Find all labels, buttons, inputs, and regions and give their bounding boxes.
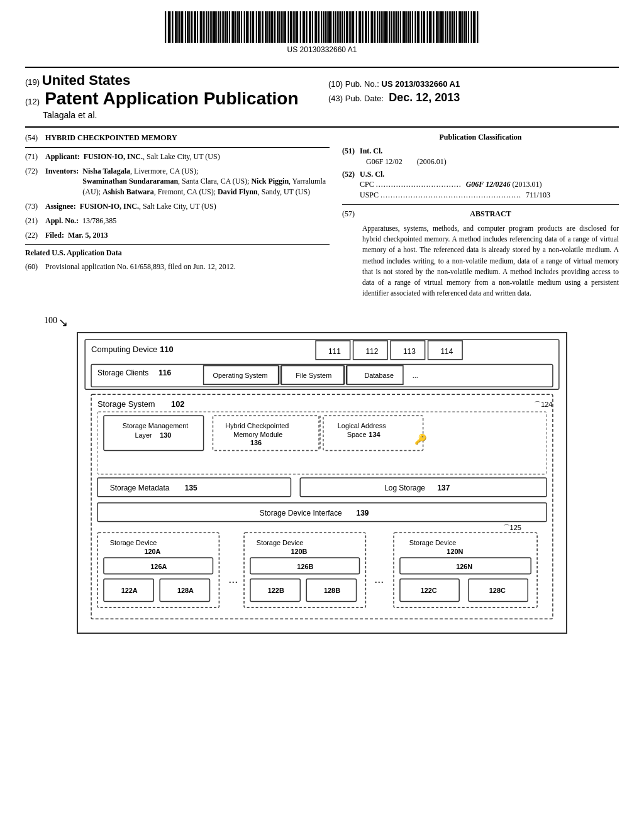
int-cl-content: Int. Cl. G06F 12/02 (2006.01) xyxy=(360,146,447,167)
svg-rect-48 xyxy=(256,11,257,43)
us-cl-key: U.S. Cl. xyxy=(360,170,384,179)
svg-rect-154 xyxy=(459,11,462,43)
svg-rect-22 xyxy=(206,11,207,43)
svg-rect-27 xyxy=(216,11,217,43)
cpc-label: CPC xyxy=(360,180,374,189)
svg-text:136: 136 xyxy=(250,439,262,446)
cpc-dots: .................................. xyxy=(376,180,462,189)
svg-rect-90 xyxy=(337,11,338,43)
filed-key: Filed: xyxy=(45,230,64,241)
svg-rect-20 xyxy=(203,11,204,43)
svg-rect-45 xyxy=(250,11,251,43)
svg-rect-43 xyxy=(246,11,248,43)
svg-rect-148 xyxy=(449,11,450,43)
related-row: (60) Provisional application No. 61/658,… xyxy=(25,262,330,272)
svg-text:126N: 126N xyxy=(456,562,472,570)
svg-rect-109 xyxy=(374,11,375,43)
barcode-area: US 20130332660 A1 xyxy=(25,0,619,62)
related-value: Provisional application No. 61/658,893, … xyxy=(45,262,330,272)
svg-rect-149 xyxy=(450,11,452,43)
svg-rect-62 xyxy=(282,11,284,43)
svg-rect-31 xyxy=(223,11,225,43)
svg-rect-158 xyxy=(468,11,469,43)
svg-text:126A: 126A xyxy=(150,562,167,570)
uspc-row: USPC ...................................… xyxy=(360,190,550,201)
svg-text:Storage Device Interface: Storage Device Interface xyxy=(260,508,342,517)
svg-rect-138 xyxy=(429,11,431,43)
inventors-key: Inventors: xyxy=(45,166,79,197)
appl-no-label: (21) xyxy=(25,216,43,226)
svg-rect-30 xyxy=(222,11,223,43)
svg-text:Memory Module: Memory Module xyxy=(233,430,282,438)
svg-rect-96 xyxy=(349,11,350,43)
inventors-value: Nisha Talagala, Livermore, CA (US); Swam… xyxy=(82,166,330,197)
title-value: HYBRID CHECKPOINTED MEMORY xyxy=(45,133,177,143)
svg-rect-53 xyxy=(265,11,267,43)
svg-text:113: 113 xyxy=(403,346,416,355)
svg-rect-121 xyxy=(396,11,397,43)
svg-rect-83 xyxy=(323,11,325,43)
svg-rect-101 xyxy=(358,11,358,43)
svg-rect-5 xyxy=(174,11,174,43)
svg-rect-123 xyxy=(400,11,401,43)
svg-rect-147 xyxy=(447,11,448,43)
svg-rect-32 xyxy=(225,11,226,43)
svg-text:102: 102 xyxy=(171,399,184,409)
svg-rect-144 xyxy=(440,11,443,43)
assignee-label: (73) xyxy=(25,201,43,212)
svg-rect-150 xyxy=(452,11,453,43)
us-cl-content: U.S. Cl. CPC ...........................… xyxy=(360,169,550,201)
svg-rect-86 xyxy=(328,11,331,43)
svg-rect-3 xyxy=(170,11,171,43)
svg-text:134: 134 xyxy=(369,430,380,438)
svg-rect-52 xyxy=(264,11,264,43)
svg-rect-143 xyxy=(438,11,440,43)
svg-rect-102 xyxy=(359,11,361,43)
left-column: (54) HYBRID CHECKPOINTED MEMORY (71) App… xyxy=(25,133,330,303)
svg-rect-95 xyxy=(346,11,348,43)
svg-rect-10 xyxy=(184,11,184,43)
svg-rect-157 xyxy=(465,11,467,43)
svg-rect-93 xyxy=(341,11,343,43)
svg-rect-0 xyxy=(165,11,166,43)
svg-rect-49 xyxy=(258,11,260,43)
svg-rect-145 xyxy=(443,11,444,43)
svg-text:112: 112 xyxy=(365,346,378,355)
uspc-value: 711/103 xyxy=(526,191,550,199)
doc-type-title: Patent Application Publication xyxy=(45,89,298,109)
svg-rect-21 xyxy=(204,11,205,43)
svg-rect-2 xyxy=(168,11,170,43)
svg-text:Database: Database xyxy=(364,372,394,379)
svg-rect-59 xyxy=(277,11,279,43)
svg-rect-110 xyxy=(375,11,376,43)
svg-rect-98 xyxy=(352,11,354,43)
svg-rect-29 xyxy=(219,11,221,43)
svg-text:⌒125: ⌒125 xyxy=(503,524,521,531)
svg-rect-64 xyxy=(287,11,287,43)
svg-rect-70 xyxy=(299,11,299,43)
svg-rect-16 xyxy=(194,11,196,43)
applicant-key: Applicant: xyxy=(45,152,80,162)
svg-rect-8 xyxy=(179,11,180,43)
int-cl-class: G06F 12/02 xyxy=(360,157,402,166)
svg-rect-132 xyxy=(417,11,419,43)
inventors-header-line: Talagala et al. xyxy=(25,110,316,120)
svg-rect-126 xyxy=(406,11,408,43)
svg-rect-89 xyxy=(335,11,336,43)
svg-text:110: 110 xyxy=(160,344,173,353)
svg-rect-195 xyxy=(104,415,204,450)
svg-rect-163 xyxy=(477,11,478,43)
svg-rect-155 xyxy=(462,11,464,43)
filed-value: Mar. 5, 2013 xyxy=(68,230,330,241)
country-label-text: (19) United States xyxy=(25,73,316,88)
svg-rect-84 xyxy=(325,11,326,43)
svg-text:128A: 128A xyxy=(177,586,194,594)
svg-rect-42 xyxy=(244,11,245,43)
svg-rect-82 xyxy=(321,11,322,43)
related-divider xyxy=(25,244,330,245)
svg-rect-50 xyxy=(260,11,261,43)
svg-rect-46 xyxy=(252,11,254,43)
svg-rect-67 xyxy=(293,11,294,43)
svg-text:...: ... xyxy=(228,572,238,585)
svg-rect-41 xyxy=(243,11,243,43)
